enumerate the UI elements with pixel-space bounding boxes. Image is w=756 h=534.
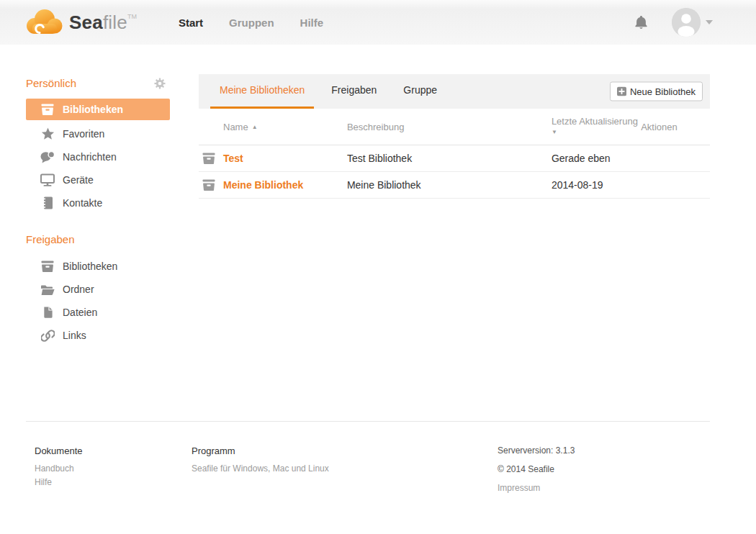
sidebar-item-freigaben-bibliotheken[interactable]: Bibliotheken: [26, 255, 170, 278]
top-navbar: SeafileTM Start Gruppen Hilfe: [0, 0, 756, 45]
gear-icon[interactable]: [154, 78, 166, 89]
copyright: © 2014 Seafile: [498, 464, 575, 474]
sidebar-item-label: Geräte: [63, 174, 94, 186]
sidebar-item-links[interactable]: Links: [26, 324, 170, 347]
footer-program-column: Programm Seafile für Windows, Mac und Li…: [192, 445, 498, 502]
trademark: TM: [127, 13, 137, 20]
table-row[interactable]: Test Test Bibliothek Gerade eben: [199, 145, 710, 172]
brand-name: SeafileTM: [69, 12, 137, 34]
avatar[interactable]: [672, 8, 701, 37]
sidebar-item-ordner[interactable]: Ordner: [26, 278, 170, 301]
account-menu[interactable]: [672, 8, 713, 37]
messages-icon: [40, 150, 55, 163]
library-icon: [40, 104, 55, 116]
folder-open-icon: [40, 284, 55, 295]
sidebar-item-geraete[interactable]: Geräte: [26, 168, 170, 191]
main-nav: Start Gruppen Hilfe: [179, 17, 323, 29]
sort-asc-icon: ▲: [252, 124, 258, 130]
sidebar-section-persoenlich: Persönlich: [26, 77, 170, 89]
footer-docs-heading: Dokumente: [35, 445, 192, 456]
table-header: Name ▲ Beschreibung Letzte Aktualisierun…: [199, 109, 710, 145]
star-icon: [40, 127, 55, 140]
content-area: Persönlich: [0, 45, 756, 421]
sidebar-item-bibliotheken[interactable]: Bibliotheken: [26, 99, 170, 120]
seafile-logo[interactable]: SeafileTM: [24, 9, 137, 36]
sidebar-item-label: Kontakte: [63, 197, 102, 209]
new-library-button[interactable]: Neue Bibliothek: [610, 82, 703, 101]
file-icon: [40, 306, 55, 319]
library-tabs: Meine Bibliotheken Freigaben Gruppe Neue…: [199, 74, 710, 109]
library-icon: [40, 261, 55, 273]
column-header-name[interactable]: Name ▲: [199, 122, 347, 132]
column-header-beschreibung: Beschreibung: [347, 122, 552, 132]
nav-start[interactable]: Start: [179, 17, 203, 29]
sidebar-item-dateien[interactable]: Dateien: [26, 301, 170, 324]
sidebar-item-label: Favoriten: [63, 128, 104, 140]
link-chain-icon: [40, 329, 55, 343]
devices-monitor-icon: [40, 173, 55, 186]
footer-meta-column: Serverversion: 3.1.3 © 2014 Seafile Impr…: [498, 445, 575, 502]
nav-hilfe[interactable]: Hilfe: [300, 17, 324, 29]
notifications-bell-icon[interactable]: [634, 14, 649, 30]
footer-program-heading: Programm: [192, 445, 498, 456]
section-heading-label: Persönlich: [26, 77, 76, 89]
tab-freigaben[interactable]: Freigaben: [322, 74, 386, 109]
column-header-aktionen: Aktionen: [641, 122, 710, 132]
server-version: Serverversion: 3.1.3: [498, 445, 575, 456]
footer-link-handbuch[interactable]: Handbuch: [35, 462, 192, 476]
library-icon: [202, 153, 216, 165]
sidebar-item-label: Bibliotheken: [63, 261, 117, 272]
library-description: Test Bibliothek: [347, 153, 552, 164]
contacts-book-icon: [40, 196, 55, 209]
library-name-link[interactable]: Meine Bibliothek: [223, 179, 303, 191]
section-heading-label: Freigaben: [26, 233, 75, 245]
footer-link-impressum[interactable]: Impressum: [498, 483, 575, 493]
plus-icon: [617, 87, 626, 96]
sidebar-item-label: Nachrichten: [63, 151, 117, 163]
navbar-right: [634, 8, 713, 37]
library-name-link[interactable]: Test: [223, 153, 243, 164]
page-footer: Dokumente Handbuch Hilfe Programm Seafil…: [26, 421, 710, 502]
cloud-logo-icon: [24, 9, 63, 36]
table-row[interactable]: Meine Bibliothek Meine Bibliothek 2014-0…: [199, 172, 710, 199]
sidebar-item-label: Bibliotheken: [63, 104, 123, 115]
nav-gruppen[interactable]: Gruppen: [229, 17, 274, 29]
chevron-down-icon: [706, 20, 713, 24]
library-description: Meine Bibliothek: [347, 179, 552, 191]
column-header-letzte-aktualisierung[interactable]: Letzte Aktualisierung ▼: [552, 116, 641, 137]
sidebar: Persönlich: [26, 45, 170, 421]
sidebar-item-kontakte[interactable]: Kontakte: [26, 191, 170, 214]
sort-desc-icon: ▼: [552, 127, 641, 137]
footer-docs-column: Dokumente Handbuch Hilfe: [35, 445, 192, 502]
library-updated: 2014-08-19: [552, 179, 641, 191]
library-icon: [202, 179, 216, 191]
library-updated: Gerade eben: [552, 153, 641, 164]
footer-program-text: Seafile für Windows, Mac und Linux: [192, 462, 498, 476]
sidebar-item-label: Links: [63, 330, 86, 341]
sidebar-item-label: Dateien: [63, 307, 97, 318]
main-panel: Meine Bibliotheken Freigaben Gruppe Neue…: [199, 45, 710, 421]
tab-meine-bibliotheken[interactable]: Meine Bibliotheken: [210, 74, 314, 109]
sidebar-item-nachrichten[interactable]: Nachrichten: [26, 145, 170, 168]
sidebar-item-label: Ordner: [63, 284, 94, 295]
tab-gruppe[interactable]: Gruppe: [394, 74, 446, 109]
sidebar-section-freigaben: Freigaben: [26, 233, 170, 245]
sidebar-item-favoriten[interactable]: Favoriten: [26, 122, 170, 145]
new-library-button-label: Neue Bibliothek: [630, 86, 696, 97]
footer-link-hilfe[interactable]: Hilfe: [35, 476, 192, 489]
